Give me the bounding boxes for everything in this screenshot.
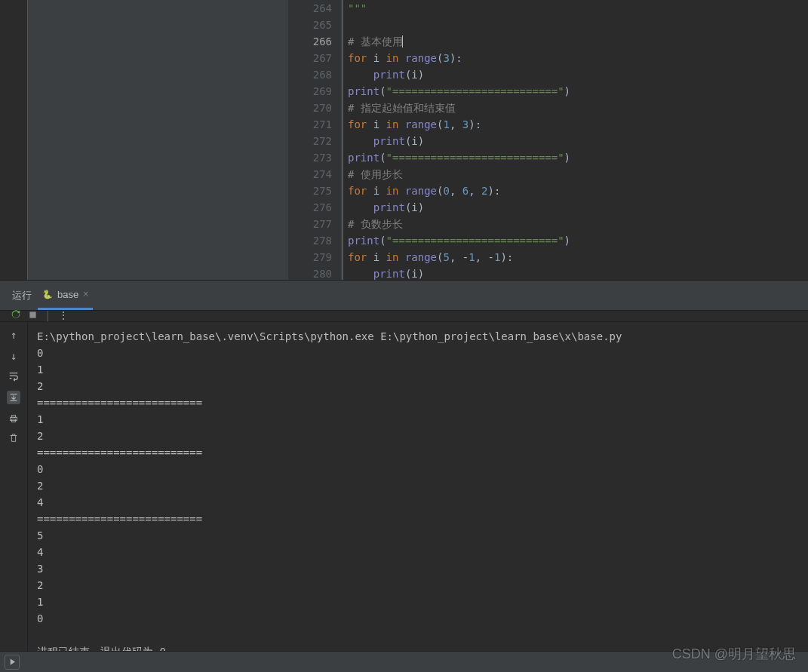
line-number[interactable]: 267 xyxy=(289,50,332,66)
code-line[interactable]: # 使用步长 xyxy=(348,166,808,183)
console-wrapper: | ⋮ ↑ ↓ xyxy=(0,311,808,672)
console-output[interactable]: E:\python_project\learn_base\.venv\Scrip… xyxy=(28,322,808,671)
python-file-icon: 🐍 xyxy=(42,290,53,299)
close-icon[interactable]: × xyxy=(83,289,88,299)
print-icon[interactable] xyxy=(8,413,19,424)
line-number[interactable]: 275 xyxy=(289,183,332,199)
line-number[interactable]: 264 xyxy=(289,0,332,17)
line-number[interactable]: 266 xyxy=(289,33,332,50)
trash-icon[interactable] xyxy=(8,433,19,443)
more-icon[interactable]: ⋮ xyxy=(58,309,69,321)
code-line[interactable]: """ xyxy=(348,0,808,17)
code-line[interactable]: print("==========================") xyxy=(348,232,808,249)
line-number[interactable]: 276 xyxy=(289,199,332,216)
code-line[interactable]: for i in range(5, -1, -1): xyxy=(348,249,808,265)
line-number[interactable]: 271 xyxy=(289,116,332,133)
line-number[interactable]: 278 xyxy=(289,232,332,249)
code-area[interactable]: """ # 基本使用for i in range(3): print(i)pri… xyxy=(342,0,808,280)
svg-rect-2 xyxy=(11,416,15,418)
scroll-to-end-icon[interactable] xyxy=(7,391,20,404)
run-tool-window: 运行 🐍 base × | ⋮ ↑ ↓ xyxy=(0,280,808,672)
svg-rect-0 xyxy=(29,311,35,318)
line-number[interactable]: 273 xyxy=(289,149,332,166)
console-toolbar: | ⋮ xyxy=(0,311,808,322)
soft-wrap-icon[interactable] xyxy=(8,371,19,382)
project-tool-window[interactable] xyxy=(28,0,289,280)
code-line[interactable]: # 基本使用 xyxy=(348,33,808,50)
code-line[interactable]: # 指定起始值和结束值 xyxy=(348,100,808,116)
code-line[interactable]: print(i) xyxy=(348,66,808,83)
code-editor[interactable]: 2642652662672682692702712722732742752762… xyxy=(289,0,808,280)
tab-base[interactable]: 🐍 base × xyxy=(38,281,93,310)
line-number[interactable]: 272 xyxy=(289,133,332,149)
toolbar-separator: | xyxy=(45,309,51,321)
code-line[interactable]: print("==========================") xyxy=(348,149,808,166)
line-number[interactable]: 268 xyxy=(289,66,332,83)
line-number[interactable]: 270 xyxy=(289,100,332,116)
run-button[interactable] xyxy=(5,655,20,670)
line-number[interactable]: 280 xyxy=(289,265,332,282)
code-line[interactable] xyxy=(348,17,808,33)
line-number[interactable]: 277 xyxy=(289,216,332,232)
down-arrow-icon[interactable]: ↓ xyxy=(11,350,17,362)
stop-icon[interactable] xyxy=(29,309,37,321)
code-line[interactable]: print(i) xyxy=(348,133,808,149)
code-line[interactable]: print(i) xyxy=(348,265,808,282)
tab-label: base xyxy=(57,289,78,300)
code-line[interactable]: print("==========================") xyxy=(348,83,808,100)
code-line[interactable]: # 负数步长 xyxy=(348,216,808,232)
line-number[interactable]: 279 xyxy=(289,249,332,265)
watermark-text: CSDN @明月望秋思 xyxy=(672,645,796,663)
line-number[interactable]: 269 xyxy=(289,83,332,100)
code-line[interactable]: print(i) xyxy=(348,199,808,216)
up-arrow-icon[interactable]: ↑ xyxy=(11,329,17,341)
code-line[interactable]: for i in range(0, 6, 2): xyxy=(348,183,808,199)
editor-pane: 2642652662672682692702712722732742752762… xyxy=(0,0,808,280)
left-gutter-strip xyxy=(0,0,28,280)
code-line[interactable]: for i in range(3): xyxy=(348,50,808,66)
line-number-gutter[interactable]: 2642652662672682692702712722732742752762… xyxy=(289,0,342,280)
console-side-toolbar: ↑ ↓ xyxy=(0,322,28,671)
line-number[interactable]: 274 xyxy=(289,166,332,183)
code-line[interactable]: for i in range(1, 3): xyxy=(348,116,808,133)
run-title-label: 运行 xyxy=(12,289,32,302)
rerun-icon[interactable] xyxy=(11,309,21,322)
run-body: | ⋮ ↑ ↓ xyxy=(0,311,808,672)
line-number[interactable]: 265 xyxy=(289,17,332,33)
run-tabs-bar: 运行 🐍 base × xyxy=(0,281,808,311)
